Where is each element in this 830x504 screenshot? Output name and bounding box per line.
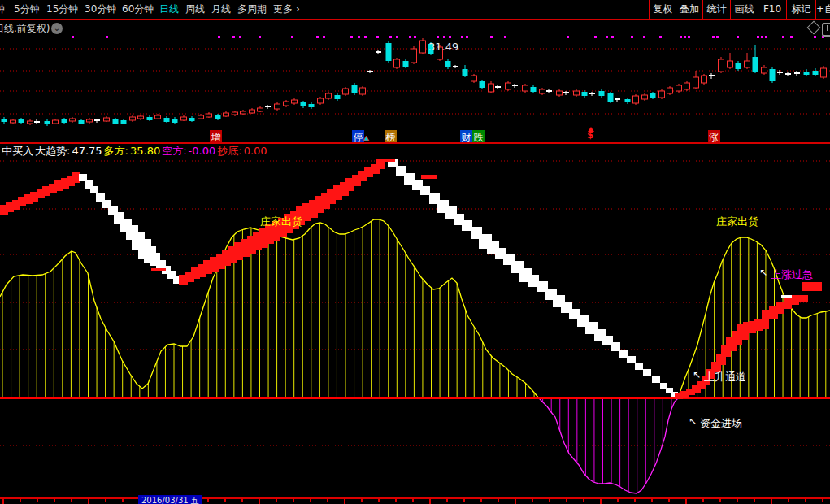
candle-up [821, 68, 827, 77]
signal-dot [688, 36, 690, 38]
candle-up [250, 110, 255, 113]
chart-area[interactable]: 31.49增停榜财跌涨$庄家出货庄家出货↖上涨过急↖上升通道↖资金进场 [0, 0, 830, 504]
annotation-text-0: 庄家出货 [260, 215, 302, 228]
period-tab-5[interactable]: 日线 [159, 0, 179, 19]
annotation-arrow-icon: ↖ [693, 369, 701, 380]
period-tab-3[interactable]: 30分钟 [85, 0, 116, 19]
stair-block-0 [72, 172, 80, 183]
limit-marker-icon [363, 136, 369, 141]
signal-dot [396, 36, 398, 38]
period-tab-7[interactable]: 月线 [211, 0, 231, 19]
candle-down [608, 93, 614, 102]
signal-dot [291, 36, 293, 38]
candle-up [70, 119, 76, 121]
signal-dot [611, 36, 614, 38]
candle-up [523, 85, 528, 91]
toolbar-button-1[interactable]: 叠加 [676, 0, 702, 19]
toolbar-button-6[interactable]: +自 [815, 0, 830, 19]
signal-dot [409, 36, 411, 38]
candle-down [582, 92, 588, 96]
candle-down [113, 119, 119, 124]
indicator-value-2: 47.75 [72, 145, 102, 157]
event-badge-label-0: 增 [211, 132, 221, 143]
candle-down [309, 104, 315, 107]
dollar-marker: $ [587, 129, 593, 141]
date-axis-label[interactable]: 2016/03/31 五 [138, 495, 202, 504]
stair-block-1 [79, 174, 87, 181]
period-tab-4[interactable]: 60分钟 [122, 0, 154, 19]
period-tab-1[interactable]: 5分钟 [14, 0, 40, 19]
toolbar-button-0[interactable]: 复权 [649, 0, 676, 19]
candle-up [557, 91, 563, 95]
candle-up [11, 120, 16, 123]
signal-dot [358, 36, 360, 38]
candle-up [130, 117, 136, 120]
stair-block-4 [754, 319, 769, 329]
candle-up [489, 84, 494, 92]
candle-up [181, 117, 187, 120]
candle-down [804, 72, 810, 75]
signal-dot [350, 36, 353, 38]
signal-dot [765, 36, 767, 38]
signal-dot [106, 36, 108, 38]
period-tab-6[interactable]: 周线 [185, 0, 205, 19]
indicator-value-3: 多方: [104, 145, 128, 157]
signal-dot [567, 36, 569, 38]
chevron-down-icon[interactable]: ⌄ [51, 23, 63, 34]
indicator-value-8: 0.00 [244, 145, 267, 157]
indicator-value-0: 中买入 [2, 145, 33, 157]
signal-dot [316, 36, 319, 38]
annotation-text-2: 上涨过急 [771, 268, 813, 280]
indicator-value-6: -0.00 [189, 145, 216, 157]
signal-dot [680, 36, 682, 38]
candle-down [599, 91, 605, 96]
window-split-icon[interactable] [822, 23, 830, 37]
candle-up [506, 83, 511, 89]
candle-up [292, 100, 298, 103]
signal-dot [323, 36, 325, 38]
signal-dot [814, 36, 816, 38]
candle-up [702, 76, 707, 83]
signal-dot [684, 36, 686, 38]
stair-block-3 [420, 186, 430, 195]
toolbar-button-4[interactable]: F10 [758, 0, 786, 19]
toolbar-button-5[interactable]: 标记 [786, 0, 815, 19]
toolbar-button-3[interactable]: 画线 [730, 0, 758, 19]
signal-dot [504, 36, 506, 38]
event-badge-label-2: 榜 [385, 132, 396, 143]
candle-up [343, 89, 349, 94]
candle-up [676, 85, 682, 91]
signal-dot [490, 36, 493, 38]
period-tab-8[interactable]: 多周期 [237, 0, 267, 19]
candle-up [728, 61, 733, 67]
diamond-icon[interactable] [807, 21, 821, 35]
candle-down [625, 99, 631, 102]
signal-dot [761, 36, 763, 38]
signal-dot [232, 36, 235, 38]
signal-dot [376, 36, 379, 38]
signal-dot [437, 36, 439, 38]
candle-up [540, 89, 545, 93]
candle-up [394, 59, 400, 67]
candle-down [445, 61, 451, 67]
annotation-arrow-icon: ↖ [689, 415, 697, 427]
candle-up [633, 96, 639, 103]
toolbar-button-2[interactable]: 统计 [702, 0, 730, 19]
annotation-text-3: 上升通道 [704, 371, 746, 383]
stair-block-1 [90, 186, 98, 193]
signal-dot [466, 36, 468, 38]
period-tab-0[interactable]: 钟 [0, 0, 5, 19]
candle-up [198, 115, 204, 119]
candle-down [189, 118, 195, 121]
period-tab-2[interactable]: 15分钟 [46, 0, 78, 19]
candle-up [284, 102, 289, 106]
period-tab-10[interactable]: › [296, 0, 300, 19]
candle-up [642, 95, 648, 99]
event-badge-label-5: 涨 [709, 132, 719, 143]
candle-down [79, 120, 85, 124]
signal-dot [443, 36, 445, 38]
period-tab-9[interactable]: 更多 [273, 0, 293, 19]
stair-block-3 [652, 376, 660, 383]
candle-up [719, 59, 724, 72]
indicator-value-1: 大趋势: [35, 145, 70, 157]
